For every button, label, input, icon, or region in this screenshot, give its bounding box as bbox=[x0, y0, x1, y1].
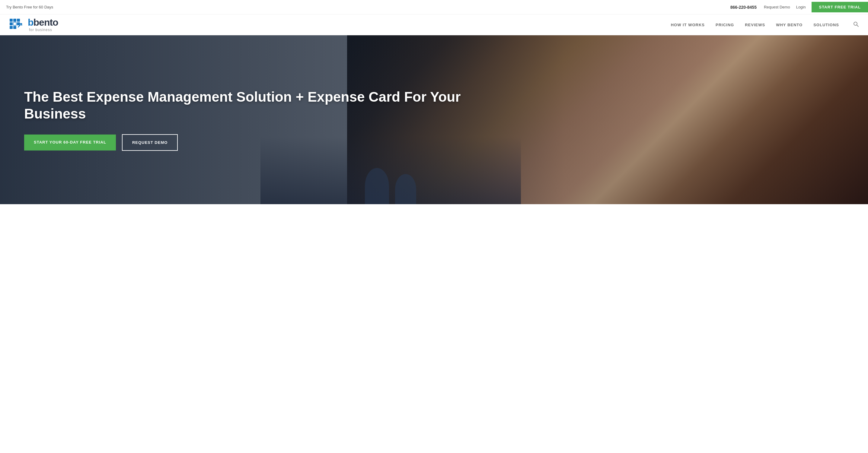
login-link[interactable]: Login bbox=[796, 5, 806, 9]
svg-rect-2 bbox=[17, 19, 20, 22]
logo-text: bbento for business bbox=[28, 18, 58, 32]
hero-buttons: START YOUR 60-DAY FREE TRIAL REQUEST DEM… bbox=[24, 134, 462, 151]
search-icon[interactable] bbox=[853, 21, 859, 29]
request-demo-link[interactable]: Request Demo bbox=[764, 5, 790, 9]
logo-bento-text: bbento bbox=[28, 18, 58, 27]
start-free-trial-button[interactable]: START FREE TRIAL bbox=[812, 2, 868, 12]
hero-content: The Best Expense Management Solution + E… bbox=[0, 71, 486, 169]
person-silhouette-2 bbox=[395, 174, 416, 204]
nav-solutions[interactable]: SOLUTIONS bbox=[813, 23, 839, 27]
hero-section: The Best Expense Management Solution + E… bbox=[0, 35, 868, 204]
person-silhouette-1 bbox=[365, 168, 389, 204]
nav-why-bento[interactable]: WHY BENTO bbox=[776, 23, 803, 27]
svg-rect-6 bbox=[10, 26, 13, 29]
hero-title: The Best Expense Management Solution + E… bbox=[24, 89, 462, 122]
bento-logo-icon bbox=[9, 18, 25, 31]
nav-reviews[interactable]: REVIEWS bbox=[745, 23, 765, 27]
top-bar: Try Bento Free for 60 Days 866-220-8455 … bbox=[0, 0, 868, 14]
svg-rect-1 bbox=[13, 19, 16, 22]
nav-links: HOW IT WORKS PRICING REVIEWS WHY BENTO S… bbox=[671, 21, 859, 29]
svg-rect-4 bbox=[13, 22, 16, 25]
logo-sub-text: for business bbox=[29, 28, 58, 32]
hero-cta-secondary[interactable]: REQUEST DEMO bbox=[122, 134, 178, 151]
hero-cta-primary[interactable]: START YOUR 60-DAY FREE TRIAL bbox=[24, 134, 116, 151]
navbar: bbento for business HOW IT WORKS PRICING… bbox=[0, 14, 868, 35]
logo[interactable]: bbento for business bbox=[9, 18, 58, 32]
svg-rect-3 bbox=[10, 22, 13, 25]
nav-how-it-works[interactable]: HOW IT WORKS bbox=[671, 23, 705, 27]
nav-pricing[interactable]: PRICING bbox=[716, 23, 734, 27]
phone-number: 866-220-8455 bbox=[731, 5, 756, 10]
svg-rect-7 bbox=[13, 26, 16, 29]
trial-text: Try Bento Free for 60 Days bbox=[6, 5, 53, 9]
svg-line-9 bbox=[857, 25, 859, 27]
svg-rect-0 bbox=[10, 19, 13, 22]
svg-rect-5 bbox=[17, 22, 20, 25]
